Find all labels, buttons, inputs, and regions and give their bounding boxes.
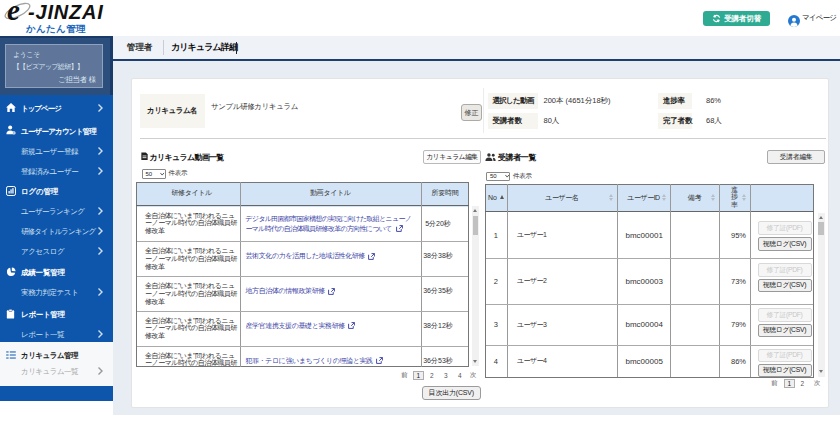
svg-text:-JINZAI: -JINZAI bbox=[28, 1, 104, 23]
svg-text:e: e bbox=[7, 0, 20, 24]
